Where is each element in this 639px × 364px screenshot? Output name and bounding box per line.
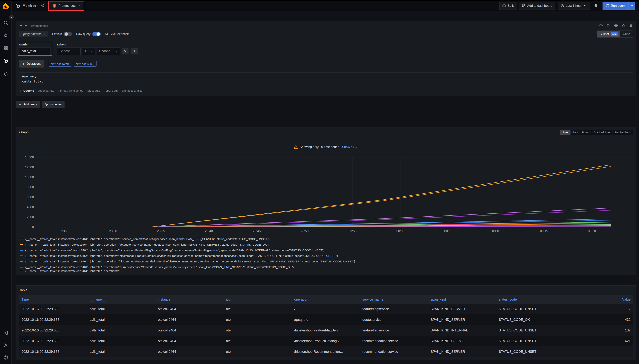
run-query-button[interactable]: Run query	[602, 2, 628, 10]
column-header-job[interactable]: job	[224, 295, 292, 304]
table-row[interactable]: 2022-10-16 00:22:29.655calls_totalotelco…	[19, 314, 633, 325]
legend-item[interactable]: {__name__="calls_total", instance="otelc…	[19, 242, 633, 248]
remove-query-trash-icon[interactable]	[622, 24, 625, 28]
plus-icon	[19, 103, 22, 106]
svg-text:23:25: 23:25	[61, 229, 69, 233]
remove-label-filter-button[interactable]	[122, 48, 128, 54]
explain-toggle[interactable]	[64, 32, 72, 36]
sidebar-expand-button[interactable]	[9, 15, 14, 20]
collapse-query-icon[interactable]	[19, 24, 23, 27]
graph-mode-stacked-bars[interactable]: Stacked bars	[612, 130, 633, 135]
show-all-series-link[interactable]: Show all 55	[342, 145, 358, 149]
table-cell: STATUS_CODE_UNSET	[496, 304, 564, 314]
options-expander[interactable]: Options	[19, 89, 34, 92]
column-header-operation[interactable]: operation	[292, 295, 360, 304]
table-cell: calls_total	[87, 304, 156, 314]
legend-marker	[20, 267, 24, 268]
query-info-icon[interactable]	[599, 24, 603, 28]
zoom-out-button[interactable]	[592, 2, 600, 10]
series-line	[151, 166, 611, 227]
give-feedback-link[interactable]: Give feedback	[105, 32, 129, 36]
svg-text:23:50: 23:50	[300, 229, 309, 233]
legend-item[interactable]: {__name__="calls_total", instance="otelc…	[19, 236, 633, 242]
plus-icon	[133, 50, 136, 52]
label-key-select[interactable]: Choose	[57, 47, 80, 55]
drag-handle-icon[interactable]	[629, 24, 633, 28]
table-row[interactable]: 2022-10-16 00:22:29.655calls_totalotelco…	[19, 336, 633, 346]
table-cell: otelcol:9464	[156, 346, 224, 357]
starred-icon[interactable]	[3, 33, 8, 38]
label-value-select[interactable]: Choose	[97, 47, 120, 55]
table-header-row: Time__name__instancejoboperationservice_…	[19, 295, 633, 304]
share-icon[interactable]	[40, 4, 44, 8]
add-to-dashboard-label: Add to dashboard	[527, 4, 552, 8]
help-icon[interactable]	[3, 355, 8, 360]
legend-marker	[20, 239, 24, 240]
table-row[interactable]: 2022-10-16 00:22:29.655calls_totalotelco…	[19, 346, 633, 357]
add-query-button[interactable]: Add query	[16, 101, 40, 108]
table-cell: 2022-10-16 00:22:29.655	[19, 304, 87, 314]
table-cell: otel	[224, 314, 292, 325]
toggle-visibility-eye-icon[interactable]	[614, 24, 618, 28]
graph-mode-lines[interactable]: Lines	[560, 130, 570, 135]
split-button[interactable]: Split	[500, 2, 516, 10]
query-ref-id[interactable]: A	[25, 24, 27, 28]
table-row[interactable]: 2022-10-16 00:22:29.655calls_totalotelco…	[19, 325, 633, 336]
column-header-name[interactable]: __name__	[87, 295, 156, 304]
sidebar	[0, 1, 12, 364]
chevron-down-icon	[90, 50, 93, 52]
add-label-filter-button[interactable]	[131, 48, 138, 54]
legend-item[interactable]: {__name__="calls_total", instance="otelc…	[19, 248, 633, 253]
graph-mode-bars[interactable]: Bars	[570, 130, 580, 135]
legend-item[interactable]: {__name__="calls_total", instance="otelc…	[19, 259, 633, 264]
label-value-placeholder: Choose	[99, 49, 110, 53]
query-hint-button[interactable]: hint: add rate()	[49, 61, 71, 66]
column-header-service-name[interactable]: service_name	[360, 295, 428, 304]
raw-query-toggle[interactable]	[92, 32, 101, 36]
graph-mode-points[interactable]: Points	[580, 130, 592, 135]
graph-mode-stacked-lines[interactable]: Stacked lines	[592, 130, 612, 135]
chevron-down-icon	[43, 33, 46, 35]
time-range-picker[interactable]: Last 1 hour	[558, 2, 590, 10]
dashboards-icon[interactable]	[3, 46, 8, 50]
column-header-span-kind[interactable]: span_kind	[428, 295, 496, 304]
grafana-logo[interactable]	[2, 1, 9, 11]
inspector-button[interactable]: Inspector	[42, 101, 64, 108]
legend-item[interactable]: {__name__="calls_total", instance="otelc…	[19, 253, 633, 259]
label-operator-select[interactable]: =	[82, 47, 95, 55]
code-mode-button[interactable]: Code	[620, 31, 633, 38]
table-row[interactable]: 2022-10-16 00:22:29.655calls_totalotelco…	[19, 304, 633, 314]
column-header-status-code[interactable]: status_code	[496, 295, 564, 304]
beta-badge: Beta	[610, 32, 618, 36]
operations-button[interactable]: Operations	[19, 60, 44, 68]
svg-text:00:00: 00:00	[396, 229, 404, 233]
graph-canvas[interactable]: 23:2523:3023:3523:4023:4523:5023:5500:00…	[19, 156, 633, 234]
svg-text:23:35: 23:35	[157, 229, 165, 233]
table-cell: /	[292, 304, 360, 314]
inspector-label: Inspector	[50, 103, 62, 106]
builder-mode-button[interactable]: Builder Beta	[597, 31, 620, 38]
query-hint-button[interactable]: hint: add sum()	[74, 61, 96, 66]
datasource-picker[interactable]: Prometheus	[50, 2, 83, 10]
query-patterns-button[interactable]: Query patterns	[19, 31, 48, 38]
sign-in-icon[interactable]	[3, 330, 8, 335]
table-cell: /hipstershop.Recommendation…	[292, 346, 360, 357]
metric-select[interactable]: calls_total	[19, 47, 51, 55]
duplicate-query-icon[interactable]	[607, 24, 610, 28]
search-icon[interactable]	[3, 20, 8, 25]
run-query-dropdown-button[interactable]	[628, 2, 635, 10]
graph-legend: {__name__="calls_total", instance="otelc…	[19, 236, 633, 272]
add-to-dashboard-button[interactable]: Add to dashboard	[519, 2, 555, 10]
column-header-value[interactable]: Value	[565, 295, 633, 304]
alerting-bell-icon[interactable]	[3, 71, 8, 76]
column-header-time[interactable]: Time	[19, 295, 87, 304]
table-cell: otel	[224, 304, 292, 314]
table-cell: SPAN_KIND_SERVER	[428, 304, 496, 314]
timeseries-chart[interactable]: 23:2523:3023:3523:4023:4523:5023:5500:00…	[19, 156, 633, 234]
settings-gear-icon[interactable]	[3, 343, 8, 348]
legend-item[interactable]: {__name__="calls_total", instance="otelc…	[19, 264, 633, 270]
info-circle-icon	[45, 103, 48, 106]
column-header-instance[interactable]: instance	[156, 295, 224, 304]
explore-compass-icon[interactable]	[3, 58, 8, 63]
options-label: Options	[24, 89, 34, 92]
